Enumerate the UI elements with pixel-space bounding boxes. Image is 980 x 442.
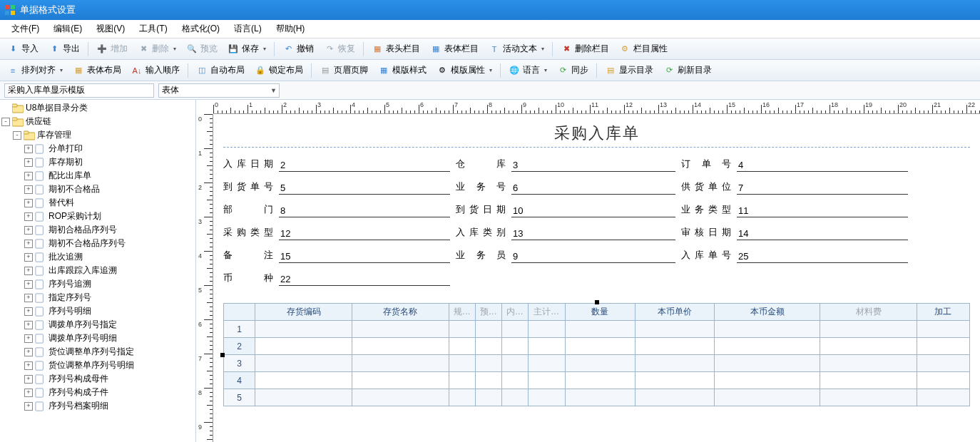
grid-cell[interactable] [528, 338, 565, 355]
tree-toggle[interactable]: + [24, 307, 33, 316]
grid-cell[interactable] [917, 338, 969, 355]
grid-cell[interactable] [449, 355, 475, 372]
field-input-仓库[interactable] [511, 159, 675, 172]
field-input-审核日期[interactable] [737, 227, 908, 240]
delete-col-button[interactable]: ✖删除栏目 [556, 41, 613, 57]
grid-cell[interactable] [255, 372, 352, 389]
column-header[interactable]: 存货名称 [352, 304, 449, 321]
grid-cell[interactable] [475, 338, 501, 355]
language-button[interactable]: 🌐语言▾ [504, 62, 551, 78]
grid-cell[interactable] [255, 321, 352, 338]
export-button[interactable]: ⬆导出 [44, 41, 84, 57]
tree-toggle[interactable]: + [24, 280, 33, 289]
body-col-button[interactable]: ▦表体栏目 [426, 41, 483, 57]
template-prop-button[interactable]: ⚙模版属性▾ [432, 62, 496, 78]
tree-toggle[interactable]: + [24, 402, 33, 411]
grid-cell[interactable] [636, 389, 715, 406]
col-prop-button[interactable]: ⚙栏目属性 [615, 41, 672, 57]
preview-button[interactable]: 🔍预览 [182, 41, 222, 57]
template-style-button[interactable]: ▦模版样式 [374, 62, 431, 78]
delete-button[interactable]: ✖删除▾ [133, 41, 180, 57]
grid-cell[interactable] [820, 338, 917, 355]
tree-node[interactable]: +配比出库单 [0, 169, 195, 183]
tree-toggle[interactable]: + [24, 334, 33, 343]
grid-cell[interactable] [820, 355, 917, 372]
header-footer-button[interactable]: ▤页眉页脚 [315, 62, 372, 78]
tree-toggle[interactable]: + [24, 226, 33, 235]
field-input-部门[interactable] [279, 205, 450, 217]
menu-格式化(O)[interactable]: 格式化(O) [175, 20, 227, 38]
field-input-到货日期[interactable] [511, 205, 675, 217]
grid-cell[interactable] [715, 355, 820, 372]
grid-cell[interactable] [820, 372, 917, 389]
tree-node[interactable]: +序列号构成子件 [0, 386, 195, 399]
grid-cell[interactable] [715, 372, 820, 389]
tree-node[interactable]: +调拨单序列号明细 [0, 332, 195, 345]
row-number[interactable]: 4 [224, 372, 255, 389]
grid-cell[interactable] [475, 355, 501, 372]
selection-handle[interactable] [220, 353, 225, 357]
tree-node[interactable]: +期初不合格品 [0, 183, 195, 196]
save-button[interactable]: 💾保存▾ [223, 41, 270, 57]
row-number[interactable]: 5 [224, 389, 255, 406]
menu-语言(L)[interactable]: 语言(L) [227, 20, 269, 38]
tree-node[interactable]: +期初不合格品序列号 [0, 237, 195, 250]
field-input-入库日期[interactable] [279, 159, 450, 172]
grid-cell[interactable] [820, 389, 917, 406]
grid-cell[interactable] [917, 372, 969, 389]
grid-cell[interactable] [528, 321, 565, 338]
header-col-button[interactable]: ▦表头栏目 [367, 41, 424, 57]
tree-toggle[interactable]: + [24, 253, 33, 262]
tree-toggle[interactable]: + [24, 158, 33, 167]
tree-node[interactable]: +序列号档案明细 [0, 399, 195, 413]
grid-cell[interactable] [255, 389, 352, 406]
grid-cell[interactable] [352, 355, 449, 372]
column-header[interactable]: 内… [501, 304, 528, 321]
tree-node[interactable]: +指定序列号 [0, 291, 195, 304]
menu-编辑(E)[interactable]: 编辑(E) [46, 20, 89, 38]
row-number[interactable]: 3 [224, 355, 255, 372]
tree-node[interactable]: +替代料 [0, 196, 195, 210]
field-input-业务员[interactable] [511, 250, 675, 263]
import-button[interactable]: ⬇导入 [3, 41, 43, 57]
menu-工具(T)[interactable]: 工具(T) [132, 20, 174, 38]
tree-toggle[interactable]: + [24, 267, 33, 275]
grid-cell[interactable] [352, 338, 449, 355]
grid-cell[interactable] [475, 389, 501, 406]
show-toc-button[interactable]: ▤显示目录 [601, 62, 658, 78]
tree-node[interactable]: +调拨单序列号指定 [0, 318, 195, 332]
lock-layout-button[interactable]: 🔒锁定布局 [250, 62, 307, 78]
section-combo-input[interactable] [158, 83, 280, 98]
grid-cell[interactable] [917, 321, 969, 338]
design-canvas[interactable]: 采购入库单 入库日期仓库订单号到货单号业务号供货单位部门到货日期业务类型采购类型… [213, 114, 980, 442]
column-header[interactable]: 材料费 [820, 304, 917, 321]
column-header[interactable]: 数量 [565, 304, 636, 321]
grid-cell[interactable] [715, 338, 820, 355]
template-name-input[interactable] [4, 83, 154, 98]
field-input-入库单号[interactable] [737, 250, 908, 263]
menu-文件(F)[interactable]: 文件(F) [4, 20, 46, 38]
tree-toggle[interactable]: - [13, 131, 21, 140]
grid-cell[interactable] [565, 372, 636, 389]
grid-cell[interactable] [352, 321, 449, 338]
grid-cell[interactable] [565, 389, 636, 406]
grid-cell[interactable] [475, 321, 501, 338]
field-input-入库类别[interactable] [511, 227, 675, 240]
field-input-币种[interactable] [279, 273, 450, 286]
grid-cell[interactable] [475, 372, 501, 389]
column-header[interactable]: 预… [475, 304, 501, 321]
tree-node[interactable]: +出库跟踪入库追溯 [0, 264, 195, 277]
tree-toggle[interactable]: + [24, 348, 33, 356]
grid-cell[interactable] [820, 321, 917, 338]
tree-toggle[interactable]: + [24, 185, 33, 194]
grid-cell[interactable] [352, 372, 449, 389]
sync-button[interactable]: ⟳同步 [553, 62, 593, 78]
tree-toggle[interactable]: + [24, 212, 33, 221]
grid-cell[interactable] [352, 389, 449, 406]
input-order-button[interactable]: A↓输入顺序 [127, 62, 184, 78]
refresh-toc-button[interactable]: ⟳刷新目录 [659, 62, 716, 78]
column-header[interactable]: 加工 [917, 304, 969, 321]
grid-cell[interactable] [636, 321, 715, 338]
add-button[interactable]: ➕增加 [92, 41, 132, 57]
tree-node[interactable]: +分单打印 [0, 142, 195, 155]
